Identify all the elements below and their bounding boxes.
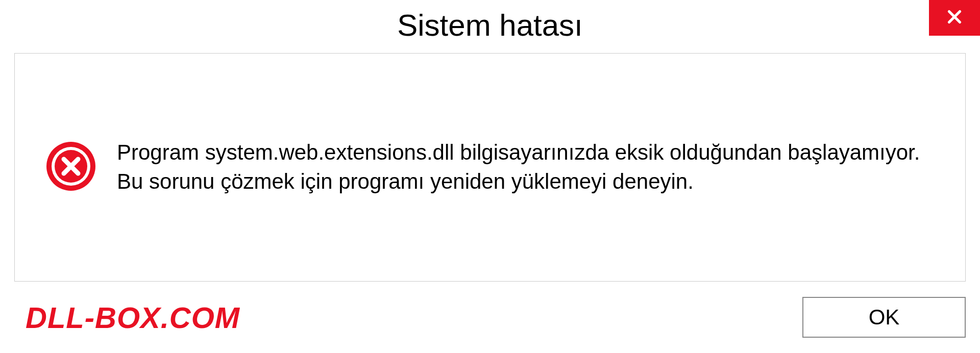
dialog-footer: DLL-BOX.COM OK — [0, 282, 980, 353]
content-panel: Program system.web.extensions.dll bilgis… — [14, 53, 966, 282]
watermark-text: DLL-BOX.COM — [26, 300, 240, 335]
close-icon — [945, 8, 964, 28]
ok-button[interactable]: OK — [802, 297, 966, 338]
titlebar: Sistem hatası — [0, 0, 980, 53]
error-dialog: Sistem hatası Program system.web.extensi… — [0, 0, 980, 353]
close-button[interactable] — [929, 0, 980, 36]
error-message: Program system.web.extensions.dll bilgis… — [117, 138, 935, 196]
dialog-title: Sistem hatası — [397, 8, 583, 43]
error-icon — [45, 141, 96, 194]
